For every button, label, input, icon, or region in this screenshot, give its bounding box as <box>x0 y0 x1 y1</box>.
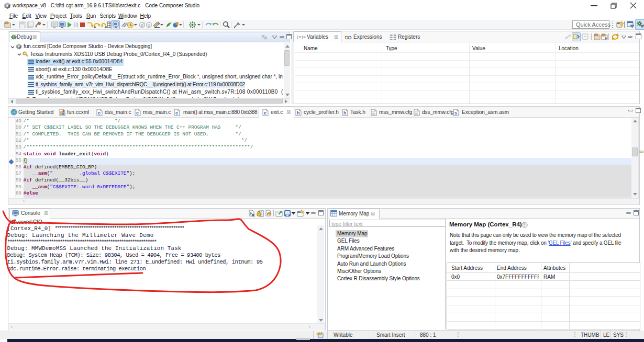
svg-text:c: c <box>175 110 178 116</box>
svg-text:c: c <box>264 110 267 116</box>
svg-text:c: c <box>98 110 101 116</box>
svg-text:h: h <box>297 110 300 116</box>
svg-text:S: S <box>454 111 458 116</box>
svg-text:?: ? <box>524 223 526 227</box>
svg-text:h: h <box>343 110 347 116</box>
svg-text:c: c <box>136 110 139 116</box>
svg-text:B: B <box>148 23 150 28</box>
